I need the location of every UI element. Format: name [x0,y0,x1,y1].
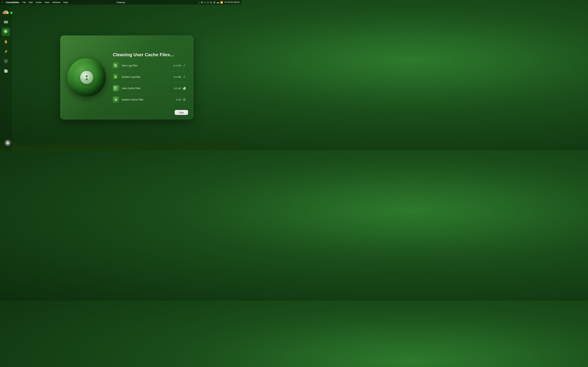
pending-dot-icon [183,98,186,101]
user-cache-label: User Cache Files [122,87,166,90]
system-cache-status [182,98,186,101]
system-cache-icon [113,96,119,103]
minimize-button[interactable] [6,12,9,14]
main-content: Cleaning User Cache Files... [12,5,242,150]
sidebar-item-speed[interactable]: ✋ [2,37,10,46]
menubar-left:  CleanMyMac File Edit Action View Windo… [2,1,68,4]
menubar-app-name[interactable]: CleanMyMac [6,1,20,4]
ball-inner [80,71,93,84]
svg-rect-18 [115,66,116,67]
svg-rect-28 [115,88,116,88]
separator-2 [113,83,186,83]
svg-rect-6 [5,22,6,23]
green-ball [67,58,106,97]
sidebar-item-uninstaller[interactable] [2,57,10,65]
svg-text:⚙: ⚙ [116,66,117,67]
menubar-file[interactable]: File [22,1,26,4]
ball-dot-bottom [86,78,88,80]
user-cache-status [182,86,186,90]
menubar-action[interactable]: Action [35,1,42,4]
table-row: System Cache Files 0 KB [113,96,186,103]
table-row: ⚙ User Log Files 12,3 KB ✓ [113,62,186,69]
sidebar-item-files[interactable] [2,67,10,75]
file-items: ⚙ User Log Files 12,3 KB ✓ [113,62,186,103]
hand-icon: ✋ [4,40,8,44]
menubar-view[interactable]: View [45,1,50,4]
close-button[interactable] [2,12,5,14]
svg-rect-16 [115,65,116,65]
window-title: Cleanup [117,1,125,4]
menubar-edit[interactable]: Edit [29,1,33,4]
svg-text:👤: 👤 [116,88,118,90]
user-log-check-icon: ✓ [183,64,185,67]
system-log-size: 211 MB [173,76,181,78]
wifi-icon[interactable]: 📶 [220,1,223,4]
volume-icon[interactable]: 🔊 [213,1,216,4]
menubar-right: ⌕ ⊞ ▭ ⊙ ⊛ 🔊 ▬ 📶 Fri 18 Oct 09:44 [199,1,239,4]
user-log-size: 12,3 KB [173,64,181,67]
table-row: 👤 User Cache Files 115 KB [113,85,186,92]
maximize-button[interactable] [10,12,13,14]
ball-dot-top [86,75,88,77]
menubar-time: Fri 18 Oct 09:44 [224,1,239,3]
sidebar-item-cleaner[interactable] [2,18,10,26]
bluetooth-icon[interactable]: ⊛ [210,1,212,4]
lightning-icon: ⚡ [4,49,8,53]
system-cache-size: 0 KB [176,98,181,101]
smartscan-check-icon: ✓ [9,7,11,10]
system-log-status: ✓ [182,75,186,79]
system-log-icon: ⚙ [113,74,119,80]
svg-rect-5 [5,22,7,22]
svg-rect-24 [115,77,116,78]
spinner-icon [183,87,186,90]
user-cache-size: 115 KB [173,87,181,90]
table-row: ⚙ System Log Files 211 MB ✓ [113,74,186,80]
user-log-icon: ⚙ [113,62,119,69]
control-center-icon[interactable]: ⊞ [201,1,203,4]
apple-menu[interactable]:  [2,1,3,4]
svg-rect-30 [115,89,116,89]
menubar:  CleanMyMac File Edit Action View Windo… [0,0,242,5]
system-cache-label: System Cache Files [122,98,166,101]
main-window: ✓ ✋ ⚡ [0,5,242,150]
dock-icon-inner [6,141,10,145]
traffic-lights [2,12,13,14]
sidebar-item-updater[interactable]: ⚡ [2,47,10,56]
user-log-size-area: 12,3 KB ✓ [169,64,186,67]
display-icon[interactable]: ▭ [204,1,206,4]
svg-text:⚙: ⚙ [116,77,117,78]
uninstaller-icon [4,59,8,63]
stop-button[interactable]: Stop [175,110,188,115]
menubar-help[interactable]: Help [63,1,68,4]
svg-rect-22 [115,76,116,77]
ball-container [67,58,106,97]
user-cache-icon: 👤 [113,85,119,92]
cleaner-icon [4,20,8,24]
svg-rect-23 [115,77,116,77]
cleanup-panel: Cleaning User Cache Files... [60,35,193,119]
menubar-system-icons: ⌕ ⊞ ▭ ⊙ ⊛ 🔊 ▬ 📶 [199,1,223,4]
panel-title: Cleaning User Cache Files... [113,52,186,58]
menubar-window[interactable]: Window [52,1,60,4]
dock-icon[interactable] [4,140,12,147]
sidebar: ✓ ✋ ⚡ [0,5,12,150]
spotlight-icon[interactable]: ⌕ [199,1,200,4]
svg-rect-17 [115,66,116,66]
system-log-check-icon: ✓ [183,75,185,78]
sidebar-item-protection[interactable] [2,28,10,36]
user-cache-size-area: 115 KB [169,86,186,90]
svg-rect-4 [4,21,8,23]
files-icon [4,69,8,73]
user-log-status: ✓ [182,64,186,67]
user-log-label: User Log Files [122,64,166,67]
battery-icon[interactable]: ▬ [217,1,219,4]
system-log-label: System Log Files [122,75,166,78]
separator-1 [113,71,186,71]
system-log-size-area: 211 MB ✓ [169,75,186,79]
system-cache-size-area: 0 KB [169,98,186,101]
right-panel: Cleaning User Cache Files... [113,52,186,103]
appstore-icon[interactable]: ⊙ [207,1,209,4]
